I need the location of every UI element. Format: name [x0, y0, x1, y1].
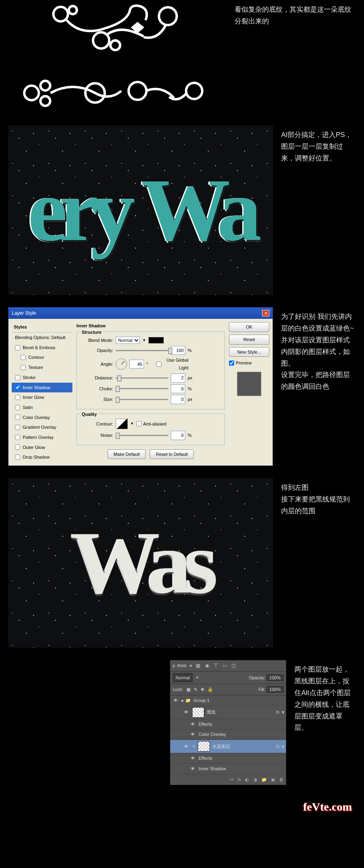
svg-point-4: [159, 7, 177, 25]
filter-shape-icon[interactable]: ▭: [222, 662, 228, 669]
style-texture[interactable]: Texture: [12, 362, 72, 373]
flourish-icon-2: [16, 69, 218, 113]
ornament-vector: [8, 0, 226, 113]
dialog-title: Layer Style: [12, 309, 36, 317]
layer-style-dialog: Layer Style ✕ Styles Blending Options: D…: [8, 307, 273, 466]
global-light-checkbox[interactable]: Use Global Light: [156, 356, 188, 371]
size-value[interactable]: 0: [171, 395, 185, 404]
link-layers-icon[interactable]: ⚯: [230, 776, 233, 784]
contour-picker[interactable]: [116, 419, 128, 429]
opacity-slider[interactable]: [116, 350, 168, 351]
distance-slider[interactable]: [116, 377, 168, 379]
lock-all-icon[interactable]: 🔒: [207, 686, 213, 693]
caption-4: 得到左图 接下来要把黑线规范到内层的范围: [281, 478, 356, 648]
caption-2: AI部分搞定，进入PS，图层一层一层复制过来，调整好位置。: [281, 125, 356, 295]
style-stroke[interactable]: Stroke: [12, 373, 72, 383]
filter-adjust-icon[interactable]: ◉: [204, 662, 210, 669]
distance-value[interactable]: 2: [171, 373, 185, 383]
effects-row-2[interactable]: 👁Effects: [170, 753, 286, 764]
group-icon[interactable]: 📁: [261, 776, 267, 784]
mask-icon[interactable]: ◐: [245, 776, 249, 784]
layer-group[interactable]: 👁 ▸ 📁 Group 1: [170, 695, 286, 706]
visibility-icon[interactable]: 👁: [182, 743, 190, 750]
layer-blackline[interactable]: 👁 黑线 fx▾: [170, 706, 286, 719]
watermark: feVte.com: [0, 797, 364, 825]
effect-color-overlay[interactable]: 👁Color Overlay: [170, 729, 286, 740]
structure-group: Structure Blend Mode: Normal ▼ Opacity: …: [76, 331, 225, 409]
flourish-icon-1: [44, 0, 190, 61]
caption-1: 看似复杂的底纹，其实都是这一朵底纹分裂出来的: [235, 0, 356, 113]
svg-point-3: [110, 40, 120, 50]
lock-paint-icon[interactable]: ✎: [194, 686, 197, 693]
angle-dial[interactable]: [116, 358, 127, 370]
noise-value[interactable]: 0: [171, 431, 185, 440]
svg-point-1: [69, 6, 77, 14]
filter-smart-icon[interactable]: ◫: [231, 662, 237, 669]
fx-icon[interactable]: fx: [237, 776, 241, 784]
lock-transparent-icon[interactable]: ▦: [186, 686, 190, 693]
svg-point-0: [53, 7, 68, 21]
trash-icon[interactable]: 🗑: [279, 776, 284, 784]
layer-aqua[interactable]: 👁 ↘ 水蓝图层 fx▾: [170, 740, 286, 753]
visibility-icon[interactable]: 👁: [182, 708, 190, 716]
typography-preview-white: Was: [8, 478, 273, 648]
adjustment-icon[interactable]: ◑: [253, 776, 257, 784]
style-contour[interactable]: Contour: [12, 352, 72, 362]
svg-point-5: [24, 86, 39, 100]
make-default-button[interactable]: Make Default: [108, 449, 146, 459]
blend-mode-select[interactable]: Normal: [173, 673, 193, 683]
layers-panel: ρ Kind ≑ ▦ ◉ T ▭ ◫ Normal≑ Opacity: 100%…: [170, 660, 286, 785]
lock-move-icon[interactable]: ✥: [201, 686, 204, 693]
filter-type-icon[interactable]: T: [213, 662, 219, 669]
style-inner-glow[interactable]: Inner Glow: [12, 392, 72, 402]
style-satin[interactable]: Satin: [12, 402, 72, 413]
layer-opacity[interactable]: 100%: [267, 674, 284, 681]
new-layer-icon[interactable]: ▣: [271, 776, 275, 784]
style-blending-options[interactable]: Blending Options: Default: [12, 333, 72, 343]
folder-icon: ▸ 📁: [182, 697, 191, 704]
preview-swatch: [237, 372, 261, 396]
style-gradient-overlay[interactable]: Gradient Overlay: [12, 422, 72, 432]
ok-button[interactable]: OK: [229, 322, 269, 332]
new-style-button[interactable]: New Style...: [229, 347, 269, 357]
anti-aliased-checkbox[interactable]: Anti-aliased: [136, 420, 169, 428]
filter-pixel-icon[interactable]: ▦: [195, 662, 201, 669]
style-inner-shadow[interactable]: Inner Shadow: [12, 383, 72, 393]
angle-value[interactable]: 45: [129, 360, 144, 369]
style-bevel-emboss[interactable]: Bevel & Emboss: [12, 343, 72, 353]
svg-point-6: [40, 81, 50, 91]
blend-mode-select[interactable]: Normal: [116, 337, 140, 344]
caption-3: 为了好识别 我们先讲内层的白色设置成蓝绿色~并对该层设置图层样式 内阴影的图层样…: [281, 307, 356, 466]
style-outer-glow[interactable]: Outer Glow: [12, 442, 72, 453]
opacity-value[interactable]: 100: [171, 346, 185, 355]
preview-checkbox[interactable]: Preview: [229, 359, 269, 367]
style-pattern-overlay[interactable]: Pattern Overlay: [12, 432, 72, 442]
size-slider[interactable]: [116, 399, 168, 400]
styles-list: Styles Blending Options: Default Bevel &…: [12, 322, 72, 462]
layer-fill[interactable]: 100%: [267, 686, 284, 693]
kind-filter[interactable]: ≑: [189, 662, 193, 670]
close-icon[interactable]: ✕: [262, 310, 269, 316]
choke-slider[interactable]: [116, 388, 168, 389]
svg-point-10: [186, 83, 202, 99]
svg-point-9: [129, 82, 146, 100]
shadow-color-swatch[interactable]: [148, 337, 164, 343]
visibility-icon[interactable]: 👁: [172, 697, 179, 704]
layer-thumb: [192, 707, 204, 718]
reset-button[interactable]: Reset: [229, 335, 269, 345]
svg-point-2: [93, 32, 109, 48]
layer-thumb: [198, 741, 210, 752]
style-color-overlay[interactable]: Color Overlay: [12, 413, 72, 423]
quality-group: Quality Contour: ▼ Anti-aliased Noise: 0…: [76, 413, 225, 445]
style-drop-shadow[interactable]: Drop Shadow: [12, 452, 72, 462]
noise-slider[interactable]: [116, 435, 168, 436]
typography-preview-teal: ery Wa: [8, 125, 273, 295]
effect-inner-shadow[interactable]: 👁Inner Shadow: [170, 764, 286, 774]
caption-5: 两个图层放一起，黑线图层在上，按住Alt点击两个图层之间的横线，让底层图层变成遮…: [294, 660, 356, 785]
choke-value[interactable]: 0: [171, 384, 185, 394]
effects-row[interactable]: 👁Effects: [170, 719, 286, 730]
reset-default-button[interactable]: Reset to Default: [150, 449, 194, 459]
svg-point-7: [40, 96, 50, 106]
